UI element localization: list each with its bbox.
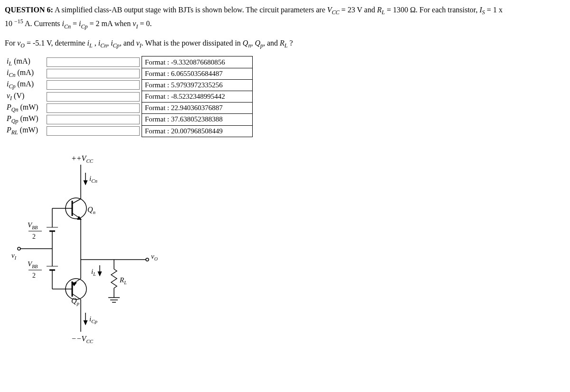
svg-text:iL: iL (91, 268, 96, 277)
answer-input[interactable] (47, 126, 140, 136)
format-hint: Format : 6.0655035684487 (142, 68, 253, 79)
svg-point-33 (18, 247, 20, 250)
svg-text:iCp: iCp (89, 315, 98, 324)
answer-label: iL (mA) (5, 56, 45, 68)
answer-input[interactable] (47, 115, 140, 124)
svg-text:Qn: Qn (87, 205, 96, 215)
format-hint: Format : 20.007968508449 (142, 125, 253, 137)
question-paragraph-1: QUESTION 6: A simplified class-AB output… (5, 4, 565, 31)
answer-row: iL (mA)Format : -9.3320876680856 (5, 56, 253, 68)
answer-row: PQp (mW)Format : 37.638052388388 (5, 114, 253, 125)
answer-row: vI (V)Format : -8.5232348995442 (5, 91, 253, 103)
answer-row: iCn (mA)Format : 6.0655035684487 (5, 68, 253, 79)
answer-row: iCp (mA)Format : 5.9793972335256 (5, 79, 253, 91)
svg-text:−−VCC: −−VCC (71, 335, 94, 344)
answer-label: iCn (mA) (5, 68, 45, 79)
circuit-diagram: ++VCC iCn Qn Qp iCp −−VCC (10, 151, 162, 351)
answer-input[interactable] (47, 92, 140, 102)
svg-text:RL: RL (119, 276, 127, 285)
answer-input[interactable] (47, 103, 140, 113)
answer-label: vI (V) (5, 91, 45, 103)
answer-row: PQn (mW)Format : 22.940360376887 (5, 103, 253, 114)
question-paragraph-2: For vO = -5.1 V, determine iL , iCn, iCp… (5, 37, 565, 50)
answer-row: PRL (mW)Format : 20.007968508449 (5, 125, 253, 137)
answer-table: iL (mA)Format : -9.3320876680856iCn (mA)… (5, 56, 253, 137)
format-hint: Format : 5.9793972335256 (142, 79, 253, 91)
svg-point-44 (146, 258, 149, 261)
answer-label: iCp (mA) (5, 79, 45, 91)
svg-text:++VCC: ++VCC (71, 154, 94, 164)
format-hint: Format : -9.3320876680856 (142, 56, 253, 68)
svg-text:VBB: VBB (28, 221, 38, 230)
format-hint: Format : 37.638052388388 (142, 114, 253, 125)
svg-text:VBB: VBB (28, 260, 38, 269)
question-label: QUESTION 6: (5, 6, 53, 14)
svg-text:vI: vI (11, 252, 17, 261)
answer-label: PQp (mW) (5, 114, 45, 125)
format-hint: Format : -8.5232348995442 (142, 91, 253, 103)
svg-line-6 (72, 199, 81, 204)
svg-text:2: 2 (32, 272, 36, 279)
svg-text:vO: vO (151, 252, 158, 261)
answer-input[interactable] (47, 80, 140, 90)
format-hint: Format : 22.940360376887 (142, 103, 253, 114)
answer-input[interactable] (47, 69, 140, 78)
svg-text:iCn: iCn (89, 175, 98, 184)
answer-label: PQn (mW) (5, 103, 45, 114)
answer-label: PRL (mW) (5, 125, 45, 137)
svg-text:2: 2 (32, 233, 36, 240)
answer-input[interactable] (47, 57, 140, 67)
